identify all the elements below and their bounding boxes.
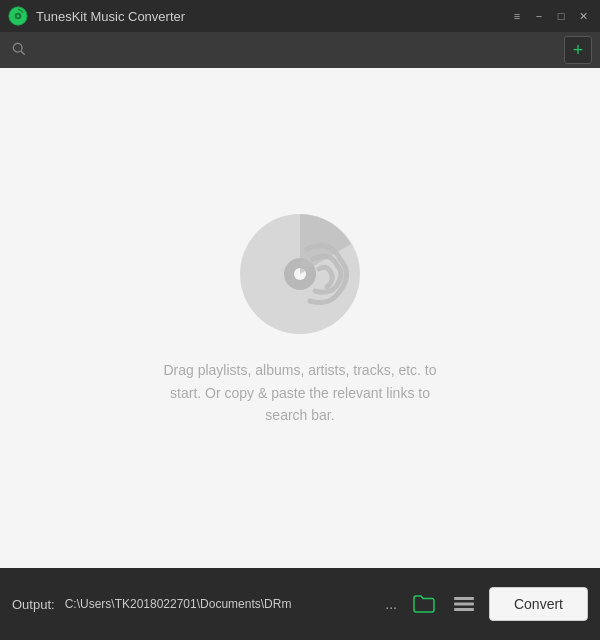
output-label: Output: bbox=[12, 597, 55, 612]
title-bar-left: TunesKit Music Converter bbox=[8, 6, 185, 26]
folder-icon bbox=[413, 595, 435, 613]
toolbar: + bbox=[0, 32, 600, 68]
svg-point-2 bbox=[17, 15, 20, 18]
convert-button[interactable]: Convert bbox=[489, 587, 588, 621]
window-controls: ≡ − □ ✕ bbox=[508, 7, 592, 25]
svg-rect-10 bbox=[454, 608, 474, 611]
cd-icon bbox=[235, 209, 365, 339]
menu-button[interactable]: ≡ bbox=[508, 7, 526, 25]
title-bar: TunesKit Music Converter ≡ − □ ✕ bbox=[0, 0, 600, 32]
maximize-button[interactable]: □ bbox=[552, 7, 570, 25]
bottom-bar: Output: C:\Users\TK2018022701\Documents\… bbox=[0, 568, 600, 640]
svg-rect-8 bbox=[454, 597, 474, 600]
search-input[interactable] bbox=[30, 43, 552, 58]
search-container bbox=[8, 42, 556, 59]
svg-rect-9 bbox=[454, 603, 474, 606]
close-button[interactable]: ✕ bbox=[574, 7, 592, 25]
list-icon bbox=[453, 595, 475, 613]
empty-message: Drag playlists, albums, artists, tracks,… bbox=[150, 359, 450, 426]
svg-point-3 bbox=[13, 43, 22, 52]
add-button[interactable]: + bbox=[564, 36, 592, 64]
main-content: Drag playlists, albums, artists, tracks,… bbox=[0, 68, 600, 568]
svg-line-4 bbox=[21, 51, 25, 55]
output-path: C:\Users\TK2018022701\Documents\DRm bbox=[65, 597, 374, 611]
search-icon bbox=[12, 42, 26, 59]
app-title: TunesKit Music Converter bbox=[36, 9, 185, 24]
folder-button[interactable] bbox=[409, 595, 439, 613]
ellipsis-button[interactable]: ... bbox=[383, 596, 399, 612]
list-format-button[interactable] bbox=[449, 595, 479, 613]
app-logo-icon bbox=[8, 6, 28, 26]
minimize-button[interactable]: − bbox=[530, 7, 548, 25]
